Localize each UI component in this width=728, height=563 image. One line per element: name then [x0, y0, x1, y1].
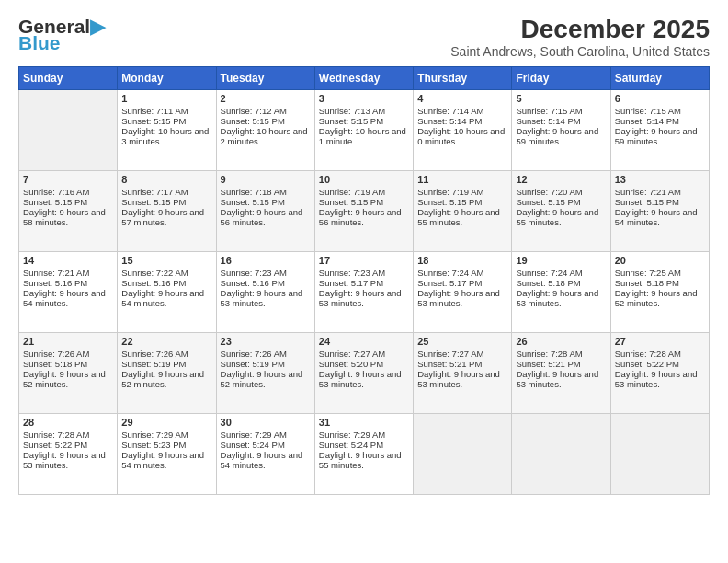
main-container: General► Blue General General▶ Blue Dece… [0, 0, 728, 563]
daylight-text: Daylight: 9 hours and 54 minutes. [121, 288, 211, 308]
day-number: 18 [417, 255, 507, 266]
sunset-text: Sunset: 5:14 PM [516, 116, 606, 126]
daylight-text: Daylight: 9 hours and 59 minutes. [516, 126, 606, 146]
sunrise-text: Sunrise: 7:21 AM [615, 187, 705, 197]
sunrise-text: Sunrise: 7:25 AM [615, 268, 705, 278]
sunrise-text: Sunrise: 7:12 AM [221, 106, 311, 116]
daylight-text: Daylight: 9 hours and 52 minutes. [221, 369, 311, 389]
daylight-text: Daylight: 9 hours and 54 minutes. [615, 207, 705, 227]
sunrise-text: Sunrise: 7:17 AM [121, 187, 211, 197]
sunset-text: Sunset: 5:24 PM [221, 440, 311, 450]
sunrise-text: Sunrise: 7:28 AM [23, 430, 113, 440]
daylight-text: Daylight: 9 hours and 52 minutes. [615, 288, 705, 308]
calendar-cell: 24Sunrise: 7:27 AMSunset: 5:20 PMDayligh… [314, 333, 413, 414]
day-number: 30 [221, 417, 311, 428]
sunset-text: Sunset: 5:14 PM [615, 116, 705, 126]
sunrise-text: Sunrise: 7:29 AM [319, 430, 409, 440]
day-number: 28 [23, 417, 113, 428]
calendar-cell: 23Sunrise: 7:26 AMSunset: 5:19 PMDayligh… [216, 333, 314, 414]
daylight-text: Daylight: 10 hours and 0 minutes. [417, 126, 507, 146]
calendar-cell: 14Sunrise: 7:21 AMSunset: 5:16 PMDayligh… [19, 252, 118, 333]
daylight-text: Daylight: 9 hours and 53 minutes. [319, 288, 409, 308]
daylight-text: Daylight: 9 hours and 54 minutes. [221, 450, 311, 470]
daylight-text: Daylight: 9 hours and 56 minutes. [319, 207, 409, 227]
sunset-text: Sunset: 5:21 PM [417, 359, 507, 369]
day-number: 26 [516, 336, 606, 347]
day-number: 21 [23, 336, 113, 347]
header-thursday: Thursday [414, 67, 512, 90]
sunrise-text: Sunrise: 7:26 AM [121, 349, 211, 359]
day-number: 31 [319, 417, 409, 428]
day-number: 2 [221, 93, 311, 104]
sunset-text: Sunset: 5:15 PM [221, 116, 311, 126]
sunset-text: Sunset: 5:21 PM [516, 359, 606, 369]
header-monday: Monday [118, 67, 216, 90]
sunrise-text: Sunrise: 7:26 AM [221, 349, 311, 359]
day-number: 1 [121, 93, 211, 104]
sunset-text: Sunset: 5:16 PM [121, 278, 211, 288]
sunrise-text: Sunrise: 7:24 AM [417, 268, 507, 278]
sunset-text: Sunset: 5:17 PM [417, 278, 507, 288]
calendar-header-row: Sunday Monday Tuesday Wednesday Thursday… [19, 67, 710, 90]
calendar-cell: 8Sunrise: 7:17 AMSunset: 5:15 PMDaylight… [118, 171, 216, 252]
daylight-text: Daylight: 9 hours and 53 minutes. [221, 288, 311, 308]
day-number: 24 [319, 336, 409, 347]
sunrise-text: Sunrise: 7:23 AM [221, 268, 311, 278]
month-title: December 2025 [450, 15, 710, 44]
logo-line2: Blue [18, 32, 61, 54]
daylight-text: Daylight: 9 hours and 55 minutes. [417, 207, 507, 227]
day-number: 13 [615, 174, 705, 185]
title-area: December 2025 Saint Andrews, South Carol… [450, 15, 710, 59]
daylight-text: Daylight: 9 hours and 56 minutes. [221, 207, 311, 227]
sunset-text: Sunset: 5:14 PM [417, 116, 507, 126]
daylight-text: Daylight: 9 hours and 53 minutes. [615, 369, 705, 389]
daylight-text: Daylight: 9 hours and 53 minutes. [417, 369, 507, 389]
calendar-cell: 17Sunrise: 7:23 AMSunset: 5:17 PMDayligh… [314, 252, 413, 333]
calendar-cell: 22Sunrise: 7:26 AMSunset: 5:19 PMDayligh… [118, 333, 216, 414]
daylight-text: Daylight: 9 hours and 53 minutes. [23, 450, 113, 470]
calendar-cell: 31Sunrise: 7:29 AMSunset: 5:24 PMDayligh… [314, 414, 413, 495]
calendar-cell: 26Sunrise: 7:28 AMSunset: 5:21 PMDayligh… [512, 333, 610, 414]
day-number: 25 [417, 336, 507, 347]
sunrise-text: Sunrise: 7:13 AM [319, 106, 409, 116]
daylight-text: Daylight: 9 hours and 53 minutes. [516, 288, 606, 308]
sunset-text: Sunset: 5:15 PM [23, 197, 113, 207]
day-number: 4 [417, 93, 507, 104]
header-tuesday: Tuesday [216, 67, 314, 90]
sunset-text: Sunset: 5:15 PM [121, 116, 211, 126]
sunrise-text: Sunrise: 7:27 AM [319, 349, 409, 359]
day-number: 23 [221, 336, 311, 347]
sunset-text: Sunset: 5:16 PM [221, 278, 311, 288]
daylight-text: Daylight: 10 hours and 3 minutes. [121, 126, 211, 146]
day-number: 15 [121, 255, 211, 266]
daylight-text: Daylight: 9 hours and 53 minutes. [516, 369, 606, 389]
calendar-cell: 15Sunrise: 7:22 AMSunset: 5:16 PMDayligh… [118, 252, 216, 333]
sunset-text: Sunset: 5:24 PM [319, 440, 409, 450]
sunset-text: Sunset: 5:23 PM [121, 440, 211, 450]
day-number: 14 [23, 255, 113, 266]
calendar-week-5: 28Sunrise: 7:28 AMSunset: 5:22 PMDayligh… [19, 414, 710, 495]
daylight-text: Daylight: 9 hours and 57 minutes. [121, 207, 211, 227]
day-number: 11 [417, 174, 507, 185]
day-number: 10 [319, 174, 409, 185]
day-number: 8 [121, 174, 211, 185]
calendar-cell [610, 414, 709, 495]
daylight-text: Daylight: 9 hours and 54 minutes. [121, 450, 211, 470]
sunrise-text: Sunrise: 7:19 AM [319, 187, 409, 197]
calendar-cell: 18Sunrise: 7:24 AMSunset: 5:17 PMDayligh… [414, 252, 512, 333]
calendar-table: Sunday Monday Tuesday Wednesday Thursday… [18, 66, 710, 495]
sunrise-text: Sunrise: 7:26 AM [23, 349, 113, 359]
calendar-cell: 28Sunrise: 7:28 AMSunset: 5:22 PMDayligh… [19, 414, 118, 495]
daylight-text: Daylight: 9 hours and 52 minutes. [23, 369, 113, 389]
calendar-cell: 25Sunrise: 7:27 AMSunset: 5:21 PMDayligh… [414, 333, 512, 414]
sunset-text: Sunset: 5:15 PM [221, 197, 311, 207]
header-saturday: Saturday [610, 67, 709, 90]
day-number: 7 [23, 174, 113, 185]
daylight-text: Daylight: 9 hours and 53 minutes. [319, 369, 409, 389]
sunrise-text: Sunrise: 7:14 AM [417, 106, 507, 116]
calendar-cell: 16Sunrise: 7:23 AMSunset: 5:16 PMDayligh… [216, 252, 314, 333]
sunrise-text: Sunrise: 7:15 AM [615, 106, 705, 116]
calendar-cell: 20Sunrise: 7:25 AMSunset: 5:18 PMDayligh… [610, 252, 709, 333]
calendar-cell: 10Sunrise: 7:19 AMSunset: 5:15 PMDayligh… [314, 171, 413, 252]
daylight-text: Daylight: 10 hours and 1 minute. [319, 126, 409, 146]
